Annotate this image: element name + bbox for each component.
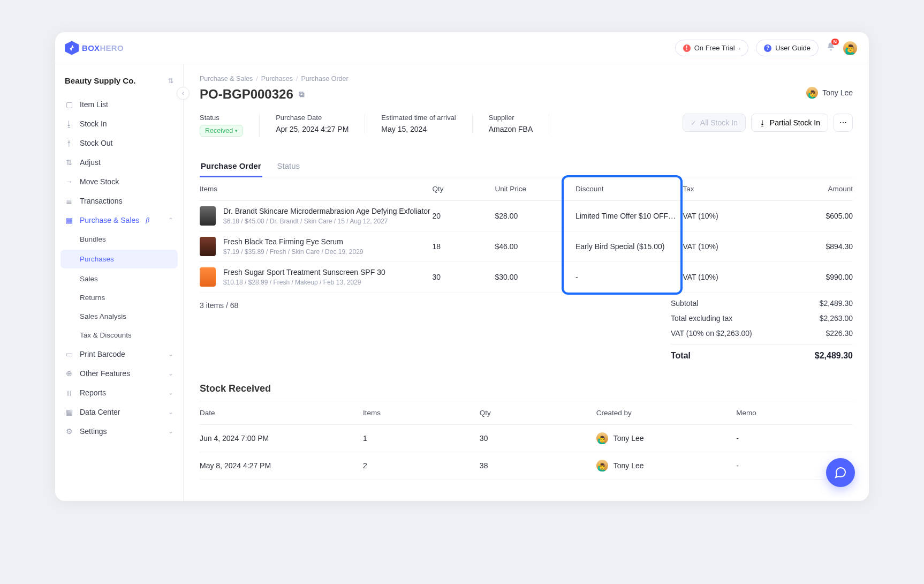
sidebar-nav: ▢Item List⭳Stock In⭱Stock Out⇅Adjust→Mov… <box>55 95 183 441</box>
po-info-row: Status Received ▾ Purchase Date Apr 25, … <box>200 114 853 137</box>
sidebar-item[interactable]: Tax & Discounts <box>55 326 183 345</box>
col-unit-price: Unit Price <box>495 185 575 193</box>
chat-fab[interactable] <box>826 458 855 487</box>
trial-button[interactable]: ! On Free Trial › <box>675 40 749 56</box>
excl-tax-row: Total excluding tax$2,263.00 <box>671 311 853 326</box>
nav-icon: ≣ <box>65 197 73 205</box>
sidebar-item[interactable]: →Move Stock <box>55 172 183 191</box>
table-row[interactable]: Fresh Sugar Sport Treatment Sunscreen SP… <box>200 262 853 293</box>
nav-label: Stock Out <box>80 139 112 147</box>
po-owner: 🙋‍♂️ Tony Lee <box>806 87 853 99</box>
sidebar-item[interactable]: ▭Print Barcode⌄ <box>55 345 183 364</box>
supplier-block: Supplier Amazon FBA <box>489 114 549 133</box>
sidebar-item[interactable]: ⭱Stock Out <box>55 133 183 153</box>
sidebar-item[interactable]: ▦Data Center⌄ <box>55 402 183 422</box>
breadcrumb-item[interactable]: Purchases <box>261 75 293 83</box>
purchase-date-value: Apr 25, 2024 4:27 PM <box>276 125 349 133</box>
item-amount: $990.00 <box>763 273 853 281</box>
col-discount: Discount <box>575 185 683 193</box>
nav-icon: ▦ <box>65 408 73 416</box>
tab-purchase-order[interactable]: Purchase Order <box>200 156 262 177</box>
stock-created-by: 🙋‍♂️Tony Lee <box>596 432 736 444</box>
chevron-icon: ⌄ <box>168 428 173 435</box>
item-qty: 30 <box>433 273 495 281</box>
nav-label: Stock In <box>80 119 107 128</box>
item-qty: 20 <box>433 212 495 220</box>
sidebar-item[interactable]: Sales <box>55 269 183 288</box>
copy-icon[interactable]: ⧉ <box>299 89 305 99</box>
sidebar-item[interactable]: ▢Item List <box>55 95 183 114</box>
nav-icon: ⊕ <box>65 369 73 378</box>
sidebar-item[interactable]: ⚙Settings⌄ <box>55 422 183 441</box>
chevron-icon: ⌄ <box>168 389 173 396</box>
breadcrumb-item[interactable]: Purchase Order <box>301 75 348 83</box>
owner-avatar: 🙋‍♂️ <box>806 87 818 99</box>
col-items: Items <box>200 185 433 193</box>
sidebar-item[interactable]: Purchases <box>60 250 178 268</box>
item-meta: $7.19 / $35.89 / Fresh / Skin Care / Dec… <box>223 248 363 256</box>
stock-items: 2 <box>363 461 480 470</box>
col-stock-qty: Qty <box>480 409 596 417</box>
nav-label: Settings <box>80 427 107 436</box>
more-actions-button[interactable]: ⋯ <box>834 114 853 132</box>
purchase-date-block: Purchase Date Apr 25, 2024 4:27 PM <box>276 114 365 133</box>
col-amount: Amount <box>763 185 853 193</box>
product-thumb <box>200 206 216 226</box>
col-tax: Tax <box>683 185 763 193</box>
item-unit-price: $30.00 <box>495 273 575 281</box>
help-icon: ? <box>764 44 771 52</box>
breadcrumb-item[interactable]: Purchase & Sales <box>200 75 253 83</box>
items-summary: 3 items / 68 <box>200 301 238 310</box>
sidebar-item[interactable]: ⊕Other Features⌄ <box>55 364 183 383</box>
sidebar-item[interactable]: ▤Purchase & Salesβ⌃ <box>55 211 183 230</box>
eta-label: Estimated time of arrival <box>381 114 456 122</box>
collapse-sidebar-button[interactable]: ‹ <box>177 87 190 100</box>
nav-label: Other Features <box>80 369 130 378</box>
chevron-down-icon: ▾ <box>235 128 238 133</box>
status-chip[interactable]: Received ▾ <box>200 125 243 137</box>
nav-icon: ▢ <box>65 100 73 109</box>
table-row[interactable]: Dr. Brandt Skincare Microdermabrasion Ag… <box>200 201 853 231</box>
sidebar-item[interactable]: ≣Transactions <box>55 191 183 211</box>
stock-received-title: Stock Received <box>200 383 853 394</box>
stock-memo: - <box>736 434 853 443</box>
item-amount: $605.00 <box>763 212 853 220</box>
sidebar-item[interactable]: Returns <box>55 288 183 307</box>
nav-label: Transactions <box>80 197 123 205</box>
app-window: BOXHERO ! On Free Trial › ? User Guide N… <box>55 32 869 501</box>
table-row[interactable]: Fresh Black Tea Firming Eye Serum$7.19 /… <box>200 231 853 262</box>
items-table-wrap: Items Qty Unit Price Discount Tax Amount… <box>200 177 853 293</box>
po-header: PO-BGP000326 ⧉ 🙋‍♂️ Tony Lee <box>200 87 853 102</box>
chevron-icon: ⌄ <box>168 350 173 358</box>
breadcrumb: Purchase & Sales / Purchases / Purchase … <box>200 75 853 83</box>
partial-stock-in-button[interactable]: ⭳ Partial Stock In <box>751 114 828 132</box>
stock-date: May 8, 2024 4:27 PM <box>200 461 363 470</box>
stock-items: 1 <box>363 434 480 443</box>
nav-icon: ▭ <box>65 350 73 358</box>
supplier-value: Amazon FBA <box>489 125 533 133</box>
item-tax: VAT (10%) <box>683 212 763 220</box>
notifications-button[interactable]: N <box>826 42 836 54</box>
item-unit-price: $46.00 <box>495 242 575 251</box>
sidebar-item[interactable]: ⇅Adjust <box>55 153 183 172</box>
user-avatar[interactable]: 🙋‍♂️ <box>843 41 857 55</box>
stock-row[interactable]: May 8, 2024 4:27 PM238🙋‍♂️Tony Lee- <box>200 452 853 480</box>
brand-logo[interactable]: BOXHERO <box>65 41 124 55</box>
sidebar-item[interactable]: ⭳Stock In <box>55 114 183 133</box>
tab-status[interactable]: Status <box>276 156 301 177</box>
guide-button[interactable]: ? User Guide <box>756 40 819 56</box>
stock-qty: 30 <box>480 434 596 443</box>
sidebar-item[interactable]: Bundles <box>55 230 183 249</box>
item-discount: - <box>575 273 683 281</box>
check-icon: ✓ <box>691 119 696 127</box>
alert-icon: ! <box>683 44 691 52</box>
nav-label: Data Center <box>80 408 120 416</box>
nav-icon: ⚙ <box>65 427 73 436</box>
stock-row[interactable]: Jun 4, 2024 7:00 PM130🙋‍♂️Tony Lee- <box>200 425 853 452</box>
sidebar-item[interactable]: Sales Analysis <box>55 307 183 326</box>
nav-label: Reports <box>80 388 106 397</box>
status-label: Status <box>200 114 243 122</box>
trial-label: On Free Trial <box>694 44 735 52</box>
sidebar-item[interactable]: ⫼Reports⌄ <box>55 383 183 402</box>
org-switcher[interactable]: Beauty Supply Co. ⇅ <box>55 74 183 95</box>
